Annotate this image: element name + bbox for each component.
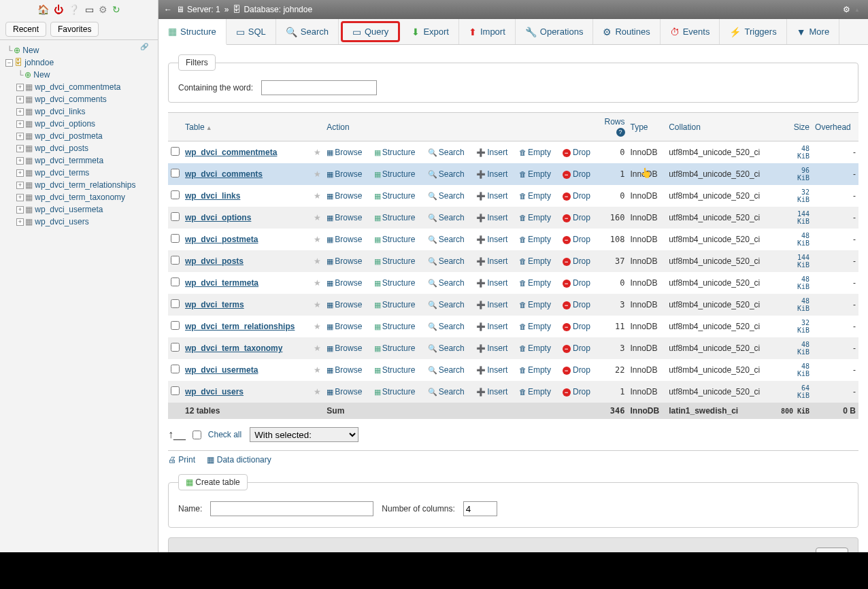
data-dictionary-link[interactable]: ▦ Data dictionary: [207, 455, 271, 465]
row-checkbox[interactable]: [171, 321, 180, 330]
star-icon[interactable]: ★: [314, 213, 321, 222]
favorites-tab[interactable]: Favorites: [50, 22, 99, 37]
page-settings-icon[interactable]: ⚙: [843, 5, 850, 14]
col-type[interactable]: Type: [628, 113, 667, 141]
drop-link[interactable]: − Drop: [563, 191, 590, 201]
row-checkbox[interactable]: [171, 190, 180, 199]
insert-link[interactable]: ➕Insert: [476, 148, 507, 157]
print-link[interactable]: 🖨 Print: [168, 455, 195, 465]
tab-query[interactable]: ▭Query: [341, 21, 400, 42]
structure-link[interactable]: ▦Structure: [374, 387, 416, 397]
search-link[interactable]: 🔍Search: [428, 387, 465, 397]
empty-link[interactable]: 🗑Empty: [519, 191, 551, 201]
reload-icon[interactable]: ↻: [112, 4, 120, 15]
tab-import[interactable]: ⬆Import: [459, 19, 516, 44]
table-name-link[interactable]: wp_dvci_terms: [185, 300, 244, 309]
table-name-link[interactable]: wp_dvci_options: [185, 213, 251, 222]
search-link[interactable]: 🔍Search: [428, 169, 465, 179]
collapse-icon[interactable]: ▲: [854, 7, 860, 13]
insert-link[interactable]: ➕Insert: [476, 343, 507, 353]
star-icon[interactable]: ★: [314, 387, 321, 397]
insert-link[interactable]: ➕Insert: [476, 300, 507, 309]
empty-link[interactable]: 🗑Empty: [519, 278, 551, 288]
star-icon[interactable]: ★: [314, 300, 321, 309]
tree-table[interactable]: +▦ wp_dvci_term_relationships: [16, 179, 155, 191]
docs-icon[interactable]: ❔: [68, 4, 80, 15]
tree-table[interactable]: +▦ wp_dvci_terms: [16, 167, 155, 179]
go-button[interactable]: Go: [816, 548, 848, 552]
check-all-link[interactable]: Check all: [208, 430, 241, 439]
star-icon[interactable]: ★: [314, 191, 321, 201]
empty-link[interactable]: 🗑Empty: [519, 256, 551, 266]
gear-icon[interactable]: ⚙: [99, 4, 107, 15]
row-checkbox[interactable]: [171, 234, 180, 243]
row-checkbox[interactable]: [171, 212, 180, 221]
search-link[interactable]: 🔍Search: [428, 300, 465, 309]
browse-link[interactable]: ▦Browse: [327, 235, 362, 244]
star-icon[interactable]: ★: [314, 322, 321, 331]
empty-link[interactable]: 🗑Empty: [519, 365, 551, 375]
tab-routines[interactable]: ⚙Routines: [593, 19, 660, 44]
create-name-input[interactable]: [210, 501, 373, 516]
structure-link[interactable]: ▦Structure: [374, 191, 416, 201]
drop-link[interactable]: − Drop: [563, 300, 590, 309]
nav-back-icon[interactable]: ←: [164, 5, 172, 14]
browse-link[interactable]: ▦Browse: [327, 169, 362, 179]
row-checkbox[interactable]: [171, 256, 180, 265]
structure-link[interactable]: ▦Structure: [374, 213, 416, 222]
link-icon[interactable]: 🔗: [140, 43, 148, 50]
search-link[interactable]: 🔍Search: [428, 365, 465, 375]
tree-table[interactable]: +▦ wp_dvci_options: [16, 118, 155, 130]
tree-table[interactable]: +▦ wp_dvci_links: [16, 105, 155, 118]
tree-table[interactable]: +▦ wp_dvci_usermeta: [16, 203, 155, 216]
table-name-link[interactable]: wp_dvci_term_taxonomy: [185, 343, 282, 353]
table-name-link[interactable]: wp_dvci_comments: [185, 169, 263, 179]
structure-link[interactable]: ▦Structure: [374, 365, 416, 375]
insert-link[interactable]: ➕Insert: [476, 235, 507, 244]
empty-link[interactable]: 🗑Empty: [519, 148, 551, 157]
with-selected-dropdown[interactable]: With selected:: [250, 427, 358, 442]
star-icon[interactable]: ★: [314, 365, 321, 375]
insert-link[interactable]: ➕Insert: [476, 278, 507, 288]
structure-link[interactable]: ▦Structure: [374, 169, 416, 179]
browse-link[interactable]: ▦Browse: [327, 256, 362, 266]
insert-link[interactable]: ➕Insert: [476, 191, 507, 201]
tree-table[interactable]: +▦ wp_dvci_users: [16, 216, 155, 228]
col-rows[interactable]: Rows?: [599, 113, 627, 141]
star-icon[interactable]: ★: [314, 235, 321, 244]
drop-link[interactable]: − Drop: [563, 256, 590, 266]
search-link[interactable]: 🔍Search: [428, 148, 465, 157]
search-link[interactable]: 🔍Search: [428, 235, 465, 244]
empty-link[interactable]: 🗑Empty: [519, 300, 551, 309]
browse-link[interactable]: ▦Browse: [327, 213, 362, 222]
row-checkbox[interactable]: [171, 169, 180, 178]
table-name-link[interactable]: wp_dvci_posts: [185, 256, 244, 266]
row-checkbox[interactable]: [171, 365, 180, 373]
tree-table[interactable]: +▦ wp_dvci_posts: [16, 142, 155, 154]
star-icon[interactable]: ★: [314, 278, 321, 288]
insert-link[interactable]: ➕Insert: [476, 387, 507, 397]
empty-link[interactable]: 🗑Empty: [519, 343, 551, 353]
col-collation[interactable]: Collation: [666, 113, 774, 141]
tab-triggers[interactable]: ⚡Triggers: [720, 19, 786, 44]
star-icon[interactable]: ★: [314, 343, 321, 353]
tab-operations[interactable]: 🔧Operations: [516, 19, 594, 44]
row-checkbox[interactable]: [171, 147, 180, 156]
drop-link[interactable]: − Drop: [563, 169, 590, 179]
row-checkbox[interactable]: [171, 343, 180, 352]
search-link[interactable]: 🔍Search: [428, 322, 465, 331]
row-checkbox[interactable]: [171, 277, 180, 286]
structure-link[interactable]: ▦Structure: [374, 322, 416, 331]
empty-link[interactable]: 🗑Empty: [519, 387, 551, 397]
star-icon[interactable]: ★: [314, 148, 321, 157]
tree-db-new[interactable]: └⊕ New: [16, 69, 155, 81]
col-overhead[interactable]: Overhead: [812, 113, 858, 141]
structure-link[interactable]: ▦Structure: [374, 300, 416, 309]
create-cols-input[interactable]: [463, 501, 497, 516]
star-icon[interactable]: ★: [314, 256, 321, 266]
browse-link[interactable]: ▦Browse: [327, 343, 362, 353]
structure-link[interactable]: ▦Structure: [374, 256, 416, 266]
tree-new-root[interactable]: └⊕ New: [5, 44, 155, 56]
insert-link[interactable]: ➕Insert: [476, 322, 507, 331]
search-link[interactable]: 🔍Search: [428, 343, 465, 353]
